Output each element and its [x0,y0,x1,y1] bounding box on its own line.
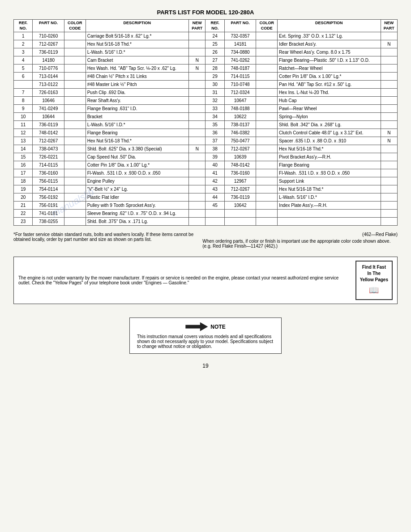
cell-color2 [256,169,278,177]
cell-desc2: Spring—Nylon [278,113,381,121]
cell-new2 [381,113,397,121]
cell-ref2: 30 [206,81,224,89]
cell-ref: 18 [14,177,33,185]
cell-new [189,113,206,121]
cell-ref: 23 [14,218,33,226]
cell-new2 [381,56,397,64]
cell-color2 [256,185,278,193]
cell-color [64,48,86,56]
cell-ref: 1 [14,32,33,40]
cell-ref2: 43 [206,185,224,193]
cell-color [64,105,86,113]
table-row: 12 748-0142 Flange Bearing 36 746-0382 C… [14,129,398,137]
cell-ref: 4 [14,56,33,64]
cell-ref2: 41 [206,169,224,177]
cell-desc2: Index Plate Ass'y.—R.H. [278,202,381,210]
cell-part2: 736-0160 [224,169,256,177]
cell-color2 [256,81,278,89]
cell-color2 [256,113,278,121]
header-color-code: COLOR CODE [64,20,86,32]
cell-new2 [381,210,397,218]
cell-color [64,40,86,48]
cell-new2 [381,81,397,89]
cell-part2: 748-0188 [224,105,256,113]
header-color-code2: COLOR CODE [256,20,278,32]
cell-new2 [381,64,397,73]
cell-desc: L-Wash. 5/16" I.D.* [86,48,188,56]
cell-color [64,56,86,64]
cell-color [64,177,86,185]
cell-desc2: Flange Bearing [278,161,381,169]
color-note: (462—Red Flake) [202,232,398,237]
cell-desc: #48 Master Link ½" Pitch [86,81,188,89]
cell-ref2: 44 [206,193,224,202]
cell-part2: 748-0142 [224,161,256,169]
cell-color2 [256,73,278,81]
cell-color [64,129,86,137]
cell-color [64,73,86,81]
cell-desc: Flange Bearing [86,129,188,137]
cell-color [64,210,86,218]
cell-desc2: Support Link [278,177,381,185]
cell-ref2: 36 [206,129,224,137]
cell-new2 [381,193,397,202]
header-ref-no2: REF. NO. [206,20,224,32]
table-row: 6 713-0144 #48 Chain ½" Pitch x 31 Links… [14,73,398,81]
cell-ref: 2 [14,40,33,48]
cell-ref: 19 [14,185,33,193]
note-box: NOTE This instruction manual covers vari… [129,317,282,354]
cell-ref2: 27 [206,56,224,64]
table-row: 10 10644 Bracket 34 10622 Spring—Nylon [14,113,398,121]
cell-part: 736-0160 [33,169,64,177]
table-row: 14 738-0473 Shld. Bolt .625" Dia. x 3.38… [14,145,398,153]
table-row: 23 738-0255 Shld. Bolt .375" Dia. x .171… [14,218,398,226]
cell-part: 710-0776 [33,64,64,73]
cell-color2 [256,32,278,40]
footnote: *For faster service obtain standard nuts… [13,232,193,249]
cell-color2 [256,137,278,145]
cell-color2 [256,161,278,169]
note-text: This instruction manual covers various m… [137,334,274,349]
table-row: 2 712-0267 Hex Nut 5/16-18 Thd.* 25 1418… [14,40,398,48]
cell-color2 [256,193,278,202]
page-title: PARTS LIST FOR MODEL 120-280A [13,9,398,16]
cell-desc2: Flange Bearing—Plastic .50" I.D. x 1.13"… [278,56,381,64]
cell-new [189,202,206,210]
find-fast-box: Find It Fast In The Yellow Pages 📖 [355,261,393,300]
find-fast-line3: Yellow Pages [360,277,388,283]
cell-ref2: 34 [206,113,224,121]
cell-new2 [381,32,397,40]
cell-new [189,137,206,145]
cell-new2 [381,161,397,169]
table-row: 20 756-0192 Plastic Flat Idler 44 736-01… [14,193,398,202]
cell-desc: Cotter Pin 1/8" Dia. x 1.00" Lg.* [86,161,188,169]
cell-desc: "V"-Belt ½" x 24" Lg. [86,185,188,193]
cell-color2 [256,97,278,105]
cell-part: 738-0255 [33,218,64,226]
cell-ref2: 28 [206,64,224,73]
cell-part2: 748-0187 [224,64,256,73]
cell-ref2: 25 [206,40,224,48]
cell-ref2 [206,210,224,218]
cell-new2 [381,105,397,113]
cell-color2 [256,40,278,48]
cell-color [64,193,86,202]
cell-new: N [189,56,206,64]
cell-desc2: Ratchet—Rear Wheel [278,64,381,73]
cell-desc2: Pivot Bracket Ass'y.—R.H. [278,153,381,161]
cell-color [64,137,86,145]
note-arrow-icon [185,322,208,331]
table-row: 18 756-0115 Engine Pulley 42 12967 Suppo… [14,177,398,185]
cell-part: 712-0267 [33,137,64,145]
engine-text: The engine is not under warranty by the … [18,275,351,285]
cell-desc: Engine Pulley [86,177,188,185]
cell-ref: 12 [14,129,33,137]
table-row: 8 10646 Rear Shaft Ass'y. 32 10647 Hub C… [14,97,398,105]
cell-desc: Fl-Wash. .531 I.D. x .930 O.D. x .050 [86,169,188,177]
cell-desc2: Shld. Bolt .342" Dia. x .268" Lg. [278,121,381,129]
cell-part: 710-0260 [33,32,64,40]
cell-ref: 3 [14,48,33,56]
cell-part: 712-0267 [33,40,64,48]
cell-new2 [381,202,397,210]
cell-ref: 17 [14,169,33,177]
